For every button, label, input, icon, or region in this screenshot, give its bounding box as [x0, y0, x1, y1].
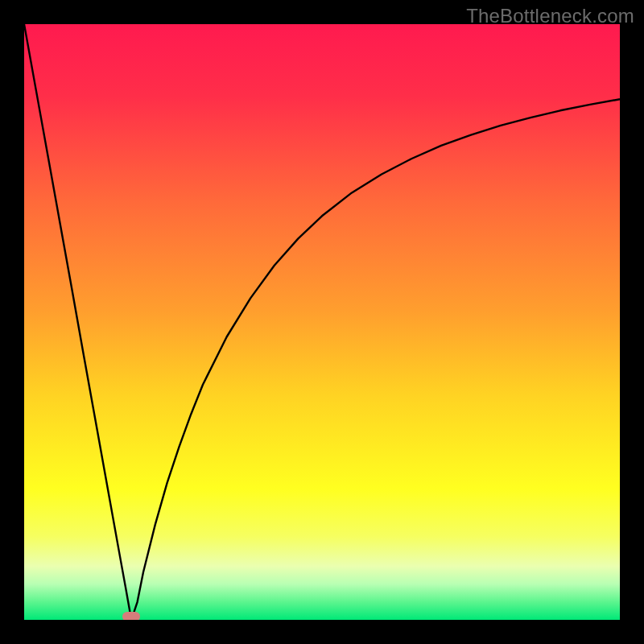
watermark-text: TheBottleneck.com	[466, 5, 634, 27]
bottleneck-curve	[24, 24, 620, 620]
chart-frame: TheBottleneck.com	[0, 0, 644, 644]
plot-area	[24, 24, 620, 620]
optimal-point-marker	[122, 612, 140, 620]
